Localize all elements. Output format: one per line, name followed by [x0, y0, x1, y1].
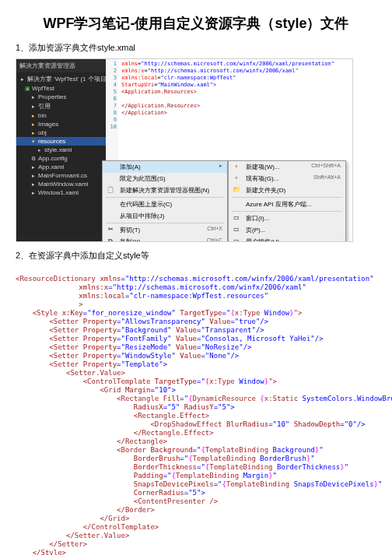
menu-separator	[232, 197, 342, 198]
menu-label: 限定为此范围(S)	[120, 175, 166, 182]
tree-node-resources[interactable]: ▾resources	[16, 137, 106, 146]
tree-node[interactable]: ▸Window1.xaml	[16, 188, 106, 197]
tree-node[interactable]: ▸bin	[16, 111, 106, 120]
tree-node[interactable]: ▸引用	[16, 101, 106, 111]
menu-separator	[106, 223, 224, 223]
menu-label: 窗口(I)...	[246, 215, 269, 222]
menu-item[interactable]: Azure API 应用客户端...	[229, 198, 345, 210]
menu-label: 新建项(W)...	[246, 163, 280, 170]
tree-node-stylexaml[interactable]: ▸style.xaml	[16, 146, 106, 154]
tree-node[interactable]: ▸App.xaml	[16, 163, 106, 171]
menu-separator	[232, 211, 342, 212]
menu-icon: ▫	[232, 163, 241, 170]
menu-item[interactable]: 📁新建文件夹(D)	[229, 184, 345, 196]
menu-label: 现有项(G)...	[246, 175, 278, 182]
tree-node[interactable]: ▸obj	[16, 128, 106, 137]
menu-item[interactable]: 从项目中排除(J)	[103, 210, 227, 222]
menu-shortcut: Ctrl+Shift+A	[311, 163, 341, 168]
menu-label: 复制(Y)	[120, 238, 141, 242]
step-1: 1、添加资源字典文件style.xmal	[16, 42, 376, 54]
menu-icon: ⧉	[106, 237, 115, 242]
menu-item[interactable]: 📋新建解决方案资源管理器视图(N)	[103, 184, 227, 196]
menu-item[interactable]: 添加(A)▸	[103, 161, 227, 173]
code-block-1: <ResourceDictionary xmlns="http://schema…	[16, 266, 376, 555]
menu-label: Azure API 应用客户端...	[246, 201, 311, 208]
menu-label: 新建解决方案资源管理器视图(N)	[120, 187, 209, 194]
menu-item[interactable]: 限定为此范围(S)	[103, 173, 227, 184]
tree-node[interactable]: ⚙App.config	[16, 154, 106, 163]
menu-shortcut: Ctrl+C	[207, 237, 222, 242]
menu-label: 用户控件(U)...	[246, 238, 285, 242]
tree-solution[interactable]: ▸解决方案 'WpfTest' (1 个项目)	[16, 74, 106, 84]
tree-node[interactable]: ▸Properties	[16, 93, 106, 101]
context-menu-2: ▫Ctrl+Shift+A新建项(W)...▫Shift+Alt+A现有项(G)…	[228, 160, 346, 242]
solution-explorer: 解决方案资源管理器 ▸解决方案 'WpfTest' (1 个项目) ▣WpfTe…	[16, 59, 106, 241]
menu-label: 在代码图上显示(C)	[120, 201, 172, 208]
menu-item[interactable]: ▭窗口(I)...	[229, 213, 345, 224]
menu-label: 剪切(T)	[120, 227, 140, 234]
step-2: 2、在资源字典中添加自定义style等	[16, 250, 376, 262]
menu-label: 添加(A)	[120, 163, 141, 170]
menu-icon: ▫	[232, 174, 241, 181]
solution-header: 解决方案资源管理器	[16, 59, 106, 72]
tree-node[interactable]: ▸Images	[16, 120, 106, 128]
menu-label: 新建文件夹(D)	[246, 187, 285, 194]
code-content: xmlns="http://schemas.microsoft.com/winf…	[118, 59, 352, 118]
menu-shortcut: Shift+Alt+A	[313, 174, 341, 180]
page-title: WPF学习笔记-使用自定义资源字典（style）文件	[16, 14, 376, 33]
tree-node[interactable]: ▸MainWindow.xaml	[16, 180, 106, 188]
menu-item[interactable]: ▭页(P)...	[229, 224, 345, 236]
menu-icon: ✂	[106, 226, 115, 233]
submenu-arrow-icon: ▸	[219, 163, 222, 169]
tree-node[interactable]: ▸MainFormxaml.cs	[16, 171, 106, 180]
menu-icon: 📋	[106, 186, 115, 193]
menu-item[interactable]: ▫Shift+Alt+A现有项(G)...	[229, 173, 345, 184]
menu-shortcut: Ctrl+X	[207, 226, 222, 231]
menu-icon: ▭	[232, 237, 241, 242]
menu-label: 页(P)...	[246, 227, 265, 234]
screenshot-1: 解决方案资源管理器 ▸解决方案 'WpfTest' (1 个项目) ▣WpfTe…	[16, 58, 353, 242]
menu-item[interactable]: ⧉Ctrl+C复制(Y)	[103, 236, 227, 242]
menu-icon: 📁	[232, 186, 241, 193]
menu-icon: ▭	[232, 214, 241, 221]
menu-item[interactable]: ✂Ctrl+X剪切(T)	[103, 224, 227, 236]
menu-item[interactable]: 在代码图上显示(C)	[103, 198, 227, 210]
context-menu-1: 添加(A)▸限定为此范围(S)📋新建解决方案资源管理器视图(N)在代码图上显示(…	[102, 160, 228, 242]
menu-icon: ▭	[232, 226, 241, 233]
tree-project[interactable]: ▣WpfTest	[16, 84, 106, 93]
menu-label: 从项目中排除(J)	[120, 213, 164, 220]
menu-item[interactable]: ▫Ctrl+Shift+A新建项(W)...	[229, 161, 345, 173]
menu-separator	[106, 197, 224, 198]
menu-item[interactable]: ▭用户控件(U)...	[229, 236, 345, 242]
